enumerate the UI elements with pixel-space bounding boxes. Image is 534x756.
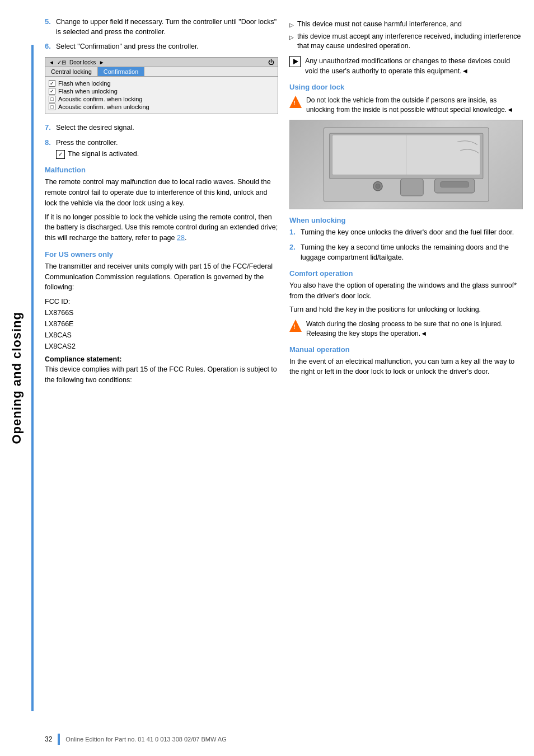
fcc-id-1: LX8766S bbox=[45, 307, 278, 318]
warning-triangle-2 bbox=[289, 320, 302, 332]
when-unlocking-step-2-text: Turning the key a second time unlocks th… bbox=[301, 242, 523, 262]
ui-nav-label: ◄ ✓⊟ Door locks ► bbox=[49, 59, 105, 65]
sidebar-label: Opening and closing bbox=[10, 312, 24, 444]
for-us-owners-para1: The transmitter and receiver units compl… bbox=[45, 261, 278, 293]
comfort-operation-para1: You also have the option of operating th… bbox=[289, 280, 523, 302]
comfort-operation-warning-text: Watch during the closing process to be s… bbox=[306, 320, 523, 339]
step-6-text: Select "Confirmation" and press the cont… bbox=[56, 41, 278, 51]
ui-option-flash-locking-label: Flash when locking bbox=[58, 80, 111, 87]
right-column: ▷ This device must not cause harmful int… bbox=[289, 17, 523, 745]
malfunction-para2: If it is no longer possible to lock the … bbox=[45, 212, 278, 243]
step-7-num: 7. bbox=[45, 123, 56, 133]
note-box: Any unauthorized modifications or change… bbox=[289, 56, 523, 76]
manual-operation-heading: Manual operation bbox=[289, 345, 523, 354]
door-lock-image-inner bbox=[290, 120, 522, 209]
bullet-item-1: ▷ This device must not cause harmful int… bbox=[289, 20, 523, 30]
sidebar: Opening and closing bbox=[0, 0, 34, 756]
ui-tab-confirmation[interactable]: Confirmation bbox=[98, 67, 144, 76]
note-text: Any unauthorized modifications or change… bbox=[305, 56, 523, 76]
step-7-text: Select the desired signal. bbox=[56, 123, 278, 133]
ui-checkbox-flash-locking[interactable]: ✓ bbox=[49, 80, 55, 87]
svg-rect-4 bbox=[440, 182, 469, 187]
left-column: 5. Change to upper field if necessary. T… bbox=[45, 17, 278, 745]
ui-options: ✓ Flash when locking ✓ Flash when unlock… bbox=[45, 77, 278, 114]
bullet-list: ▷ This device must not cause harmful int… bbox=[289, 20, 523, 51]
bullet-arrow-2: ▷ bbox=[289, 34, 294, 41]
svg-point-6 bbox=[376, 184, 380, 189]
ui-tab-central-locking[interactable]: Central locking bbox=[45, 67, 98, 76]
fcc-id-2: LX8766E bbox=[45, 318, 278, 330]
step-8: 8. Press the controller. ✓ The signal is… bbox=[45, 138, 278, 159]
fcc-id-list: FCC ID: LX8766S LX8766E LX8CAS LX8CAS2 bbox=[45, 296, 278, 352]
ui-top-bar: ◄ ✓⊟ Door locks ► ⏻ bbox=[45, 58, 278, 67]
ui-option-acoustic-locking-label: Acoustic confirm. when locking bbox=[58, 96, 142, 102]
ui-option-flash-locking: ✓ Flash when locking bbox=[49, 80, 274, 87]
comfort-operation-heading: Comfort operation bbox=[289, 269, 523, 278]
ui-option-flash-unlocking-label: Flash when unlocking bbox=[58, 88, 118, 95]
play-triangle bbox=[293, 59, 298, 64]
warning-icon-2 bbox=[289, 320, 302, 332]
fcc-id-4: LX8CAS2 bbox=[45, 341, 278, 352]
step-8-text: Press the controller. bbox=[56, 139, 118, 147]
malfunction-para1: The remote control may malfunction due t… bbox=[45, 177, 278, 208]
play-icon bbox=[289, 56, 301, 67]
door-lock-svg bbox=[302, 125, 511, 204]
comfort-operation-para2: Turn and hold the key in the positions f… bbox=[289, 304, 523, 315]
compliance-text: This device complies with part 15 of the… bbox=[45, 364, 278, 386]
warning-icon-1 bbox=[289, 96, 302, 108]
page-number: 32 bbox=[45, 735, 52, 743]
using-door-lock-warning-text: Do not lock the vehicle from the outside… bbox=[306, 96, 523, 115]
bullet-text-1: This device must not cause harmful inter… bbox=[297, 20, 462, 30]
ui-power-icon: ⏻ bbox=[268, 59, 274, 65]
when-unlocking-step-1-text: Turning the key once unlocks the driver'… bbox=[301, 227, 523, 237]
footer-border bbox=[58, 734, 60, 745]
malfunction-heading: Malfunction bbox=[45, 166, 278, 174]
bullet-arrow-1: ▷ bbox=[289, 21, 294, 29]
step-7: 7. Select the desired signal. bbox=[45, 123, 278, 133]
ui-screenshot: ◄ ✓⊟ Door locks ► ⏻ Central locking Conf… bbox=[45, 57, 278, 114]
fcc-id-3: LX8CAS bbox=[45, 330, 278, 341]
compliance-label: Compliance statement: bbox=[45, 355, 278, 363]
fcc-id-label: FCC ID: bbox=[45, 296, 278, 307]
page-footer: 32 Online Edition for Part no. 01 41 0 0… bbox=[34, 734, 534, 745]
step-5: 5. Change to upper field if necessary. T… bbox=[45, 17, 278, 37]
for-us-owners-heading: For US owners only bbox=[45, 250, 278, 259]
ui-option-flash-unlocking: ✓ Flash when unlocking bbox=[49, 88, 274, 95]
ui-checkbox-flash-unlocking[interactable]: ✓ bbox=[49, 88, 55, 95]
ui-tabs: Central locking Confirmation bbox=[45, 67, 278, 77]
step-6-num: 6. bbox=[45, 41, 56, 51]
bullet-text-2: this device must accept any interference… bbox=[297, 32, 523, 51]
ui-checkbox-acoustic-locking[interactable]: □ bbox=[49, 96, 55, 102]
step-5-text: Change to upper field if necessary. Turn… bbox=[56, 17, 278, 37]
door-lock-image bbox=[289, 120, 523, 209]
comfort-operation-warning: Watch during the closing process to be s… bbox=[289, 320, 523, 339]
signal-activated: ✓ The signal is activated. bbox=[56, 149, 139, 159]
step-6: 6. Select "Confirmation" and press the c… bbox=[45, 41, 278, 51]
ui-option-acoustic-unlocking: □ Acoustic confirm. when unlocking bbox=[49, 104, 274, 110]
when-unlocking-step-1-num: 1. bbox=[289, 227, 301, 237]
using-door-lock-warning: Do not lock the vehicle from the outside… bbox=[289, 96, 523, 115]
step-8-note: The signal is activated. bbox=[68, 149, 139, 159]
bullet-item-2: ▷ this device must accept any interferen… bbox=[289, 32, 523, 51]
ui-option-acoustic-unlocking-label: Acoustic confirm. when unlocking bbox=[58, 104, 149, 110]
ui-option-acoustic-locking: □ Acoustic confirm. when locking bbox=[49, 96, 274, 102]
warning-triangle-1 bbox=[289, 96, 302, 108]
check-icon: ✓ bbox=[56, 150, 65, 159]
step-8-num: 8. bbox=[45, 138, 56, 159]
manual-operation-para1: In the event of an electrical malfunctio… bbox=[289, 356, 523, 378]
using-door-lock-heading: Using door lock bbox=[289, 83, 523, 91]
ui-checkbox-acoustic-unlocking[interactable]: □ bbox=[49, 104, 55, 110]
svg-rect-7 bbox=[400, 179, 423, 196]
when-unlocking-step-2: 2. Turning the key a second time unlocks… bbox=[289, 242, 523, 262]
when-unlocking-heading: When unlocking bbox=[289, 216, 523, 224]
when-unlocking-step-2-num: 2. bbox=[289, 242, 301, 262]
footer-text: Online Edition for Part no. 01 41 0 013 … bbox=[65, 736, 226, 743]
step-5-num: 5. bbox=[45, 17, 56, 37]
when-unlocking-step-1: 1. Turning the key once unlocks the driv… bbox=[289, 227, 523, 237]
